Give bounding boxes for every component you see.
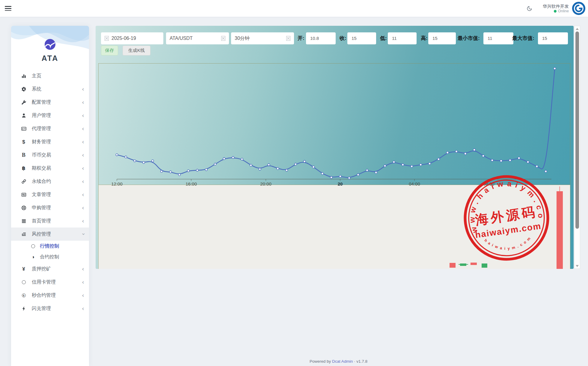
bolt-icon <box>20 306 27 311</box>
content-pane: 2025-06-19 ATA/USDT 30分钟 开: 10.8 收: 15 低… <box>96 26 574 269</box>
sidebar-item-second-contract[interactable]: 5秒合约管理‹ <box>11 289 89 302</box>
gear-icon <box>20 87 27 92</box>
sidebar-item-system[interactable]: 系统‹ <box>11 82 89 96</box>
sidebar-subitem-market-control[interactable]: 行情控制 <box>11 241 89 251</box>
sidebar-item-homepage[interactable]: 首页管理‹ <box>11 214 89 228</box>
sidebar-item-spot-trade[interactable]: B币币交易‹ <box>11 148 89 162</box>
bitcoin-icon: ฿ <box>20 166 27 171</box>
avatar[interactable] <box>572 1 586 15</box>
sidebar-item-risk-control[interactable]: 风控管理‹ <box>11 228 89 241</box>
sidebar-item-articles[interactable]: 文章管理‹ <box>11 188 89 201</box>
dcat-admin-link[interactable]: Dcat Admin <box>332 359 353 364</box>
high-input[interactable]: 15 <box>428 32 456 44</box>
max-marketcap-input[interactable]: 15 <box>538 32 568 44</box>
chevron-left-icon: ‹ <box>82 86 84 92</box>
wrench-icon <box>20 100 27 105</box>
toolbar: 2025-06-19 ATA/USDT 30分钟 开: 10.8 收: 15 低… <box>96 32 574 44</box>
sidebar-item-staking[interactable]: ¥质押挖矿‹ <box>11 262 89 275</box>
sidebar-item-users[interactable]: 用户管理‹ <box>11 109 89 122</box>
link-icon <box>20 179 27 184</box>
sidebar-item-finance[interactable]: $财务管理‹ <box>11 135 89 148</box>
app-logo: ATA <box>11 26 89 69</box>
period-select[interactable]: 30分钟 <box>231 32 294 44</box>
pair-select[interactable]: ATA/USDT <box>166 32 229 44</box>
life-ring-icon <box>20 205 27 210</box>
user-menu[interactable]: 华兴软件开发 Online <box>543 4 569 13</box>
sidebar-item-subscription[interactable]: 申购管理‹ <box>11 201 89 214</box>
save-button[interactable]: 保存 <box>101 46 118 55</box>
sidebar-item-perpetual[interactable]: 永续合约‹ <box>11 175 89 188</box>
circle-icon <box>20 280 27 284</box>
open-input[interactable]: 10.8 <box>306 32 336 44</box>
sidebar-item-label: 财务管理 <box>32 139 51 145</box>
online-status-dot <box>554 10 557 13</box>
sidebar-item-label: 秒合约管理 <box>32 292 56 299</box>
scrollbar-thumb[interactable] <box>575 31 579 229</box>
chevron-left-icon: ‹ <box>82 152 84 158</box>
sidebar-item-label: 信用卡管理 <box>32 279 56 285</box>
kline-chart-area <box>98 63 570 185</box>
sidebar-item-label: 用户管理 <box>32 112 51 119</box>
chevron-left-icon: ‹ <box>82 139 84 145</box>
min-marketcap-input[interactable]: 11 <box>483 32 513 44</box>
sidebar-subitem-label: 行情控制 <box>40 243 59 249</box>
navbar: 华兴软件开发 Online <box>0 0 588 17</box>
period-value: 30分钟 <box>235 35 286 42</box>
chevron-left-icon: ‹ <box>82 99 84 105</box>
sidebar-item-flash-exchange[interactable]: 闪兑管理‹ <box>11 302 89 315</box>
scrollbar-up-arrow[interactable] <box>575 27 580 31</box>
sidebar-item-label: 闪兑管理 <box>32 305 51 312</box>
low-label: 低: <box>380 32 387 44</box>
footer: Powered by Dcat Admin · v1.7.8 <box>89 359 588 364</box>
outdent-icon <box>20 232 27 237</box>
online-status-label: Online <box>558 9 569 13</box>
footer-version: v1.7.8 <box>356 359 367 364</box>
app-logo-icon <box>44 38 56 50</box>
newspaper-icon <box>20 192 27 197</box>
sidebar-item-label: 期权交易 <box>32 165 51 171</box>
sidebar-item-label: 币币交易 <box>32 152 51 158</box>
sidebar-item-options-trade[interactable]: ฿期权交易‹ <box>11 162 89 175</box>
date-input[interactable]: 2025-06-19 <box>101 32 163 44</box>
user-icon <box>20 113 27 118</box>
chevron-left-icon: ‹ <box>82 279 84 285</box>
low-input[interactable]: 11 <box>388 32 417 44</box>
hamburger-menu-icon[interactable] <box>5 5 12 12</box>
avatar-logo-icon <box>572 1 586 15</box>
sidebar-subitem-contract-control[interactable]: ◑合约控制 <box>11 251 89 262</box>
sidebar-item-label: 质押挖矿 <box>32 266 51 272</box>
half-circle-icon: ◑ <box>30 254 36 260</box>
app-logo-text: ATA <box>11 54 89 63</box>
close-label: 收: <box>340 32 346 44</box>
sidebar-item-label: 首页管理 <box>32 218 51 224</box>
close-input[interactable]: 15 <box>347 32 376 44</box>
id-card-icon <box>20 126 27 131</box>
sidebar-item-credit-card[interactable]: 信用卡管理‹ <box>11 275 89 289</box>
sidebar-item-agents[interactable]: 代理管理‹ <box>11 122 89 135</box>
chevron-left-icon: ‹ <box>82 126 84 132</box>
five-icon: 5 <box>20 293 27 297</box>
date-value: 2025-06-19 <box>111 36 160 41</box>
generate-kline-button[interactable]: 生成K线 <box>123 46 150 55</box>
sidebar-item-label: 文章管理 <box>32 192 51 198</box>
sidebar-item-label: 永续合约 <box>32 178 51 185</box>
dark-mode-toggle[interactable] <box>525 4 534 13</box>
chart-bar-icon <box>20 73 27 79</box>
chevron-left-icon: ‹ <box>82 192 84 198</box>
min-marketcap-label: 最小市值: <box>458 32 480 44</box>
dropdown-icon <box>221 36 225 41</box>
letter-b-icon: B <box>20 152 27 158</box>
chevron-left-icon: ‹ <box>82 266 84 272</box>
sidebar-item-label: 代理管理 <box>32 126 51 132</box>
chevron-left-icon: ‹ <box>82 205 84 211</box>
high-label: 高: <box>421 32 428 44</box>
scrollbar-down-arrow[interactable] <box>575 264 580 268</box>
sidebar-item-home[interactable]: 主页 <box>11 69 89 82</box>
pair-value: ATA/USDT <box>170 36 221 41</box>
user-name: 华兴软件开发 <box>543 4 569 9</box>
sidebar-item-label: 主页 <box>32 73 41 79</box>
moon-icon <box>527 6 532 11</box>
sidebar-item-config[interactable]: 配置管理‹ <box>11 96 89 109</box>
calendar-icon <box>105 36 109 41</box>
dollar-icon: $ <box>20 139 27 144</box>
